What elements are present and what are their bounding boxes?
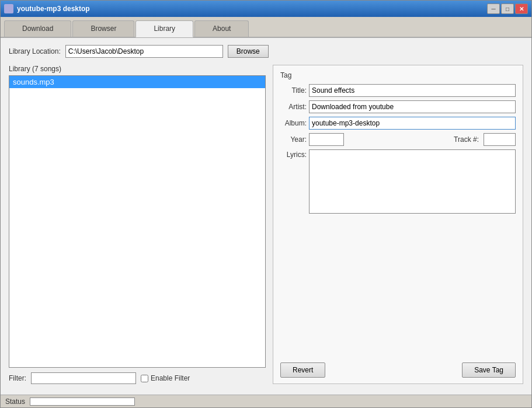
location-row: Library Location: Browse [9,45,523,58]
status-bar: Status [1,395,531,407]
album-row: Album: [280,117,516,130]
tab-bar: Download Browser Library About [1,17,531,38]
main-panels: Library (7 songs) sounds.mp3 Filter: Ena… [9,65,523,384]
lyrics-row: Lyrics: [280,149,516,355]
right-panel: Tag Title: Artist: Album: [273,65,523,384]
year-track-row: Year: Track #: [280,133,516,146]
filter-label: Filter: [9,374,26,382]
album-field[interactable] [309,117,516,130]
tab-browser[interactable]: Browser [72,20,134,37]
window-controls: ─ □ ✕ [487,4,528,14]
lyrics-textarea-wrap [309,149,516,214]
content-area: Library Location: Browse Library (7 song… [1,38,531,395]
filter-input[interactable] [31,372,136,384]
enable-filter-checkbox[interactable] [141,375,148,382]
track-field[interactable] [484,133,516,146]
year-field[interactable] [309,133,344,146]
artist-row: Artist: [280,100,516,113]
tag-section-title: Tag [280,71,516,79]
enable-filter-label: Enable Filter [151,374,190,382]
tab-library[interactable]: Library [135,20,193,37]
save-tag-button[interactable]: Save Tag [462,362,516,378]
lyrics-field[interactable] [309,149,516,214]
browse-button[interactable]: Browse [228,45,269,58]
action-row: Revert Save Tag [280,362,516,378]
left-panel: Library (7 songs) sounds.mp3 Filter: Ena… [9,65,266,384]
artist-field-label: Artist: [280,103,307,111]
location-input[interactable] [65,45,223,58]
status-progress-bar [30,397,135,406]
tab-about[interactable]: About [194,20,249,37]
revert-button[interactable]: Revert [280,362,325,378]
library-title: Library (7 songs) [9,65,266,73]
track-field-label: Track #: [454,135,479,144]
enable-filter-row: Enable Filter [141,374,190,382]
maximize-button[interactable]: □ [501,4,514,14]
list-item[interactable]: sounds.mp3 [9,76,265,88]
title-row: Title: [280,84,516,97]
minimize-button[interactable]: ─ [487,4,500,14]
title-bar: youtube-mp3 desktop ─ □ ✕ [1,1,531,17]
location-label: Library Location: [9,47,61,55]
window-title: youtube-mp3 desktop [17,5,487,13]
title-field[interactable] [309,84,516,97]
filter-row: Filter: Enable Filter [9,372,266,384]
status-label: Status [5,397,25,406]
year-field-label: Year: [280,135,307,144]
artist-field[interactable] [309,100,516,113]
library-list[interactable]: sounds.mp3 [9,75,266,368]
album-field-label: Album: [280,119,307,127]
close-button[interactable]: ✕ [515,4,528,14]
tab-download[interactable]: Download [4,20,71,37]
lyrics-field-label: Lyrics: [280,149,307,159]
app-icon [4,4,13,13]
main-window: youtube-mp3 desktop ─ □ ✕ Download Brows… [0,0,532,408]
title-field-label: Title: [280,86,307,95]
